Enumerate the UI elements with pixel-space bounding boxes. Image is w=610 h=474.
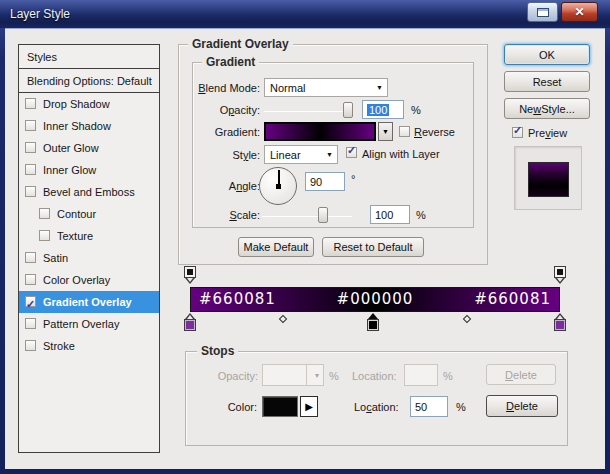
checkbox[interactable]: [25, 252, 36, 263]
stop-location-unit-disabled: %: [443, 370, 453, 382]
sidebar-item-label: Satin: [43, 247, 68, 269]
reset-to-default-button[interactable]: Reset to Default: [322, 237, 424, 257]
new-style-button[interactable]: New Style...: [504, 98, 590, 119]
sidebar-item-label: Inner Shadow: [43, 115, 111, 137]
sidebar-item-blending-options[interactable]: Blending Options: Default: [19, 69, 159, 93]
reset-button[interactable]: Reset: [504, 71, 590, 92]
angle-unit: °: [351, 173, 355, 185]
color-stop-middle-selected[interactable]: [366, 313, 380, 331]
scale-slider-thumb[interactable]: [318, 207, 328, 223]
checkbox[interactable]: [25, 186, 36, 197]
align-with-layer-checkbox[interactable]: ✓: [346, 147, 357, 158]
gradient-hex-right: #660081: [474, 288, 551, 311]
gradient-editor-bar[interactable]: #660081 #000000 #660081: [190, 287, 560, 312]
opacity-value: 100: [367, 104, 389, 116]
checkbox[interactable]: [25, 120, 36, 131]
ok-button[interactable]: OK: [504, 44, 590, 65]
chevron-down-icon: ▼: [326, 151, 333, 158]
sidebar-item-satin[interactable]: Satin: [19, 247, 159, 269]
sidebar-item-label: Pattern Overlay: [43, 313, 119, 335]
opacity-slider-track[interactable]: [264, 111, 352, 112]
scale-slider-track[interactable]: [262, 216, 352, 217]
delete-stop-button-disabled: Delete: [486, 364, 556, 385]
sidebar-item-color-overlay[interactable]: Color Overlay: [19, 269, 159, 291]
style-value: Linear: [270, 149, 301, 161]
gradient-swatch[interactable]: [264, 122, 376, 141]
blend-mode-value: Normal: [270, 82, 305, 94]
checkbox[interactable]: [25, 142, 36, 153]
preview-checkbox[interactable]: ✓: [512, 127, 523, 138]
gradient-label: Gradient:: [192, 126, 260, 138]
scale-value: 100: [375, 209, 393, 221]
check-icon: ✓: [513, 124, 522, 137]
sidebar-item-drop-shadow[interactable]: Drop Shadow: [19, 93, 159, 115]
sidebar-item-gradient-overlay[interactable]: ✓ Gradient Overlay: [19, 291, 159, 313]
sidebar-item-pattern-overlay[interactable]: Pattern Overlay: [19, 313, 159, 335]
opacity-label: Opacity:: [192, 104, 260, 116]
sidebar-item-label: Bevel and Emboss: [43, 181, 135, 203]
midpoint-diamond-left[interactable]: [279, 315, 287, 323]
triangle-right-icon: ▶: [305, 401, 313, 412]
sidebar-item-inner-shadow[interactable]: Inner Shadow: [19, 115, 159, 137]
sidebar-item-label: Texture: [57, 225, 93, 247]
stop-location-label-disabled: Location:: [352, 370, 397, 382]
angle-input[interactable]: 90: [305, 172, 345, 191]
opacity-slider-thumb[interactable]: [343, 102, 353, 118]
sidebar-item-label: Inner Glow: [43, 159, 96, 181]
checkbox[interactable]: [25, 164, 36, 175]
color-stop-left[interactable]: [183, 313, 197, 331]
stop-opacity-label: Opacity:: [190, 370, 258, 382]
sidebar-item-contour[interactable]: Contour: [19, 203, 159, 225]
angle-hub: [276, 184, 281, 189]
scale-input[interactable]: 100: [370, 205, 410, 224]
angle-value: 90: [310, 176, 322, 188]
panel-title: Gradient Overlay: [188, 37, 293, 51]
stops-title: Stops: [197, 344, 238, 358]
color-picker-arrow-button[interactable]: ▶: [300, 396, 318, 417]
style-select[interactable]: Linear ▼: [264, 145, 338, 164]
opacity-stop-left[interactable]: [183, 266, 197, 284]
checkbox[interactable]: [25, 274, 36, 285]
check-icon: ✓: [347, 144, 356, 157]
gradient-picker-button[interactable]: ▼: [378, 122, 393, 141]
sidebar-item-bevel-and-emboss[interactable]: Bevel and Emboss: [19, 181, 159, 203]
sidebar-item-stroke[interactable]: Stroke: [19, 335, 159, 357]
checkbox-checked[interactable]: ✓: [25, 296, 36, 307]
checkbox[interactable]: [39, 230, 50, 241]
opacity-unit: %: [411, 104, 421, 116]
sidebar-item-texture[interactable]: Texture: [19, 225, 159, 247]
chevron-down-icon: ▾: [315, 371, 319, 380]
make-default-button[interactable]: Make Default: [238, 237, 314, 257]
color-stop-right[interactable]: [553, 313, 567, 331]
blend-mode-label: Blend Mode:: [192, 82, 260, 94]
angle-dial[interactable]: [259, 167, 297, 205]
stop-color-swatch[interactable]: [262, 396, 298, 417]
style-label: Style:: [192, 149, 260, 161]
stop-opacity-unit: %: [329, 370, 339, 382]
gradient-hex-left: #660081: [199, 288, 276, 311]
checkbox[interactable]: [25, 340, 36, 351]
checkbox[interactable]: [25, 318, 36, 329]
gradient-hex-center: #000000: [337, 288, 414, 311]
sidebar-item-styles[interactable]: Styles: [19, 45, 159, 69]
sidebar-item-outer-glow[interactable]: Outer Glow: [19, 137, 159, 159]
location-label: Location:: [354, 401, 399, 413]
check-icon: ✓: [26, 293, 35, 315]
preview-thumbnail: [514, 146, 582, 210]
midpoint-diamond-right[interactable]: [463, 315, 471, 323]
sidebar-item-label: Gradient Overlay: [43, 291, 132, 313]
sidebar-item-label: Outer Glow: [43, 137, 99, 159]
location-value: 50: [415, 401, 427, 413]
opacity-stop-right[interactable]: [553, 266, 567, 284]
sidebar-item-label: Drop Shadow: [43, 93, 110, 115]
checkbox[interactable]: [25, 98, 36, 109]
reverse-checkbox[interactable]: [399, 126, 410, 137]
styles-sidebar: Styles Blending Options: Default Drop Sh…: [18, 44, 160, 453]
preview-gradient-square: [528, 162, 569, 197]
opacity-input[interactable]: 100: [362, 100, 404, 119]
location-input[interactable]: 50: [410, 396, 448, 417]
sidebar-item-inner-glow[interactable]: Inner Glow: [19, 159, 159, 181]
checkbox[interactable]: [39, 208, 50, 219]
delete-stop-button[interactable]: Delete: [486, 395, 558, 417]
blend-mode-select[interactable]: Normal ▼: [264, 78, 388, 97]
